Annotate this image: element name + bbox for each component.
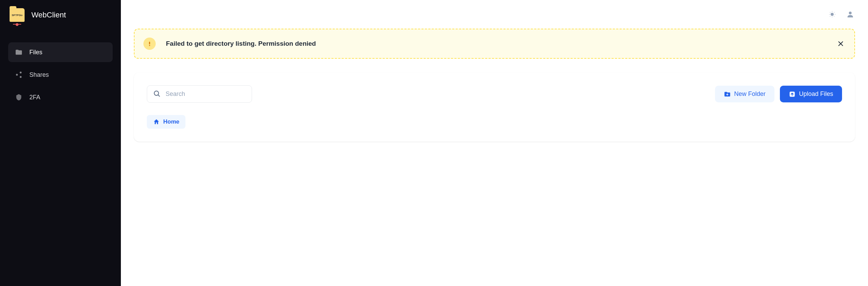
breadcrumb-label: Home [163,118,179,125]
exclamation-icon [146,41,153,47]
svg-rect-13 [149,42,150,44]
files-panel: New Folder Upload Files Home [134,72,855,142]
svg-line-11 [830,16,830,17]
svg-point-12 [849,12,852,14]
shield-icon [15,94,23,101]
app-title: WebClient [31,11,66,19]
svg-point-2 [20,76,22,78]
close-icon [837,40,844,47]
sidebar-item-label: Shares [29,71,49,78]
header [121,0,868,29]
home-icon [153,118,160,125]
panel-toolbar: New Folder Upload Files [147,85,842,103]
sidebar-item-label: 2FA [29,94,40,101]
button-label: New Folder [734,90,766,98]
sidebar-header: SFTPGo WebClient [8,8,113,22]
main-content: Failed to get directory listing. Permiss… [121,0,868,286]
svg-line-18 [158,95,159,96]
logo-text: SFTPGo [12,14,23,17]
svg-point-0 [20,72,22,74]
alert-close-button[interactable] [836,39,845,48]
svg-point-3 [831,13,833,15]
sidebar: SFTPGo WebClient Files Shares 2FA [0,0,121,286]
button-label: Upload Files [799,90,833,98]
content-area: Failed to get directory listing. Permiss… [121,29,868,142]
upload-files-button[interactable]: Upload Files [780,86,842,102]
svg-line-10 [834,16,835,17]
user-icon [846,10,854,18]
new-folder-button[interactable]: New Folder [715,86,774,102]
alert-message: Failed to get directory listing. Permiss… [166,40,826,47]
share-icon [15,71,23,78]
sidebar-nav: Files Shares 2FA [8,42,113,107]
sidebar-item-label: Files [29,49,42,56]
svg-point-1 [16,74,18,76]
sidebar-item-files[interactable]: Files [8,42,113,62]
sun-icon [828,11,836,18]
app-logo: SFTPGo [10,8,25,22]
sidebar-item-shares[interactable]: Shares [8,65,113,85]
theme-toggle-button[interactable] [828,11,836,18]
breadcrumb-home[interactable]: Home [147,115,185,129]
search-wrapper [147,85,252,103]
svg-line-8 [830,12,830,13]
svg-line-9 [834,12,835,13]
sidebar-item-2fa[interactable]: 2FA [8,87,113,107]
alert-banner: Failed to get directory listing. Permiss… [134,29,855,59]
upload-icon [789,91,796,98]
search-icon [153,90,160,99]
folder-icon [15,48,23,56]
svg-point-14 [149,45,150,46]
folder-plus-icon [724,91,731,98]
alert-icon-wrapper [143,38,156,50]
search-input[interactable] [147,85,252,103]
user-menu-button[interactable] [846,10,854,18]
